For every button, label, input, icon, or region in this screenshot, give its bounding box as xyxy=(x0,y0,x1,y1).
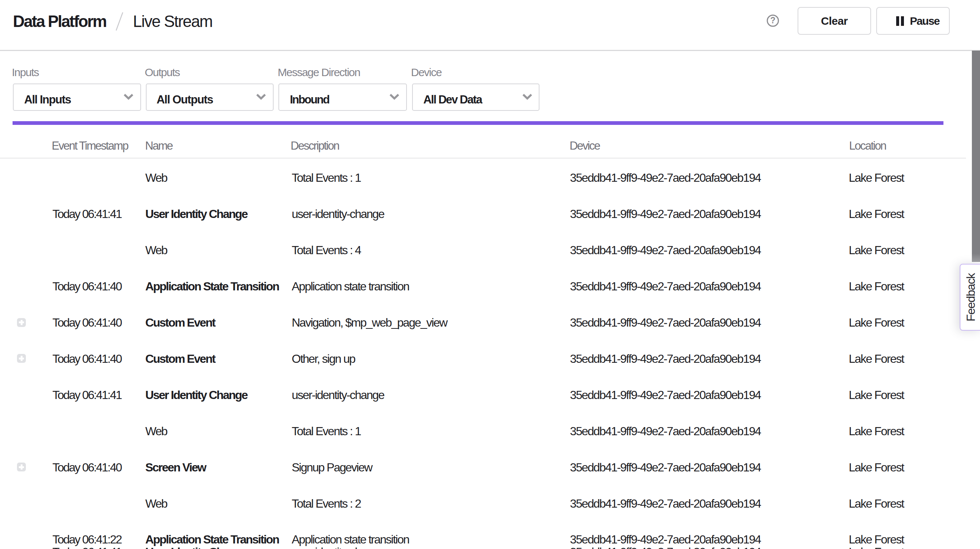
svg-text:?: ? xyxy=(770,15,775,25)
